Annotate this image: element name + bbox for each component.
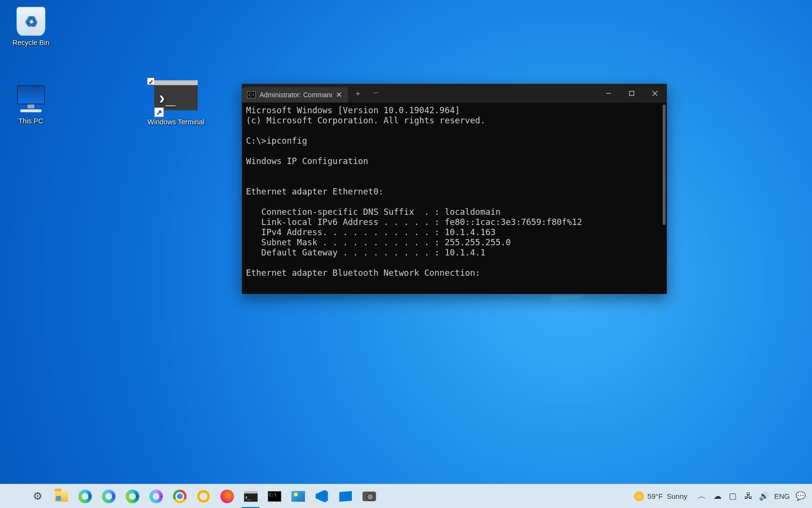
- new-tab-button[interactable]: ＋: [348, 84, 367, 103]
- tray-meet-now[interactable]: ▢: [725, 484, 740, 508]
- terminal-line: Ethernet adapter Ethernet0:: [246, 187, 383, 196]
- taskbar-firefox[interactable]: [215, 484, 239, 508]
- taskbar-camera[interactable]: [357, 484, 381, 508]
- tray-volume[interactable]: 🔊: [756, 484, 771, 508]
- taskbar-edge-canary[interactable]: [144, 484, 168, 508]
- terminal-tab[interactable]: C:\ Administrator: Command Prompt ✕: [242, 87, 348, 103]
- gear-icon: ⚙: [30, 489, 45, 504]
- terminal-line: Connection-specific DNS Suffix . : local…: [246, 207, 501, 217]
- terminal-line: Default Gateway . . . . . . . . . : 10.1…: [246, 248, 485, 257]
- desktop-icon-label: This PC: [8, 117, 54, 125]
- terminal-scrollbar[interactable]: [663, 105, 666, 225]
- terminal-output[interactable]: Microsoft Windows [Version 10.0.19042.96…: [242, 103, 667, 294]
- windows-terminal-icon: [244, 489, 258, 504]
- cmd-tab-icon: C:\: [247, 91, 256, 98]
- firefox-icon: [220, 489, 234, 504]
- tray-onedrive[interactable]: ☁: [710, 484, 725, 508]
- desktop-icon-this-pc[interactable]: This PC: [8, 85, 54, 125]
- taskbar-file-explorer[interactable]: [49, 484, 73, 508]
- speaker-icon: 🔊: [759, 491, 769, 501]
- taskbar-settings[interactable]: ⚙: [26, 484, 49, 508]
- taskbar: ⚙ 59°F Sunn: [0, 484, 812, 508]
- notifications-icon: 💬: [796, 491, 806, 501]
- taskbar-chrome[interactable]: [168, 484, 191, 508]
- taskbar-command-prompt[interactable]: [262, 484, 286, 508]
- close-tab-button[interactable]: ✕: [336, 90, 342, 99]
- weather-condition: Sunny: [667, 492, 687, 500]
- this-pc-icon: [16, 85, 45, 114]
- vscode-icon: [315, 489, 329, 504]
- windows-start-icon: [7, 489, 21, 504]
- language-label: ENG: [774, 492, 790, 500]
- system-tray: 59°F Sunny ︿ ☁ ▢ 🖧 🔊 ENG 💬: [627, 484, 810, 508]
- taskbar-vscode[interactable]: [310, 484, 334, 508]
- network-icon: 🖧: [744, 492, 753, 501]
- meet-now-icon: ▢: [729, 491, 737, 501]
- terminal-line: C:\>ipconfig: [246, 136, 307, 146]
- onedrive-icon: ☁: [713, 491, 722, 501]
- weather-widget[interactable]: 59°F Sunny: [627, 484, 694, 508]
- minimize-button[interactable]: [597, 84, 620, 103]
- maximize-button[interactable]: [620, 84, 643, 103]
- terminal-line: Link-local IPv6 Address . . . . . : fe80…: [246, 217, 582, 227]
- terminal-line: Ethernet adapter Bluetooth Network Conne…: [246, 268, 480, 278]
- taskbar-windows-terminal[interactable]: [239, 484, 262, 508]
- camera-icon: [362, 489, 377, 504]
- windows-terminal-icon: ↗: [154, 80, 198, 115]
- chrome-canary-icon: [196, 489, 211, 504]
- terminal-line: Microsoft Windows [Version 10.0.19042.96…: [246, 105, 460, 115]
- tray-action-center[interactable]: 💬: [793, 484, 808, 508]
- edge-canary-icon: [149, 489, 163, 504]
- edge-beta-icon: [102, 489, 116, 504]
- svg-rect-1: [630, 91, 634, 96]
- taskbar-edge-dev[interactable]: [120, 484, 144, 508]
- weather-temp: 59°F: [648, 492, 663, 500]
- cmd-icon: [267, 489, 282, 504]
- taskbar-edge-beta[interactable]: [97, 484, 120, 508]
- terminal-titlebar[interactable]: C:\ Administrator: Command Prompt ✕ ＋ ﹀: [242, 84, 667, 103]
- terminal-line: Subnet Mask . . . . . . . . . . . : 255.…: [246, 238, 511, 247]
- tab-dropdown-button[interactable]: ﹀: [367, 84, 385, 103]
- windows-terminal-window[interactable]: C:\ Administrator: Command Prompt ✕ ＋ ﹀ …: [242, 84, 667, 294]
- desktop-icon-label: Recycle Bin: [8, 39, 54, 47]
- desktop-icon-recycle-bin[interactable]: ♻ Recycle Bin: [8, 7, 54, 47]
- tray-language[interactable]: ENG: [771, 492, 793, 500]
- desktop-icon-label: Windows Terminal: [147, 118, 205, 126]
- tray-overflow-button[interactable]: ︿: [694, 484, 710, 508]
- maximize-icon: [629, 90, 635, 96]
- taskbar-photos[interactable]: [286, 484, 310, 508]
- shortcut-arrow-icon: ↗: [154, 107, 164, 117]
- edge-icon: [78, 489, 92, 504]
- taskbar-chrome-canary[interactable]: [191, 484, 215, 508]
- titlebar-drag-region[interactable]: [385, 84, 597, 103]
- terminal-line: (c) Microsoft Corporation. All rights re…: [246, 116, 485, 125]
- selection-checkbox-icon[interactable]: [147, 77, 155, 85]
- taskbar-edge[interactable]: [73, 484, 97, 508]
- photos-icon: [291, 489, 305, 504]
- start-button[interactable]: [2, 484, 26, 508]
- desktop-icon: [338, 489, 353, 504]
- recycle-bin-icon: ♻: [16, 7, 45, 36]
- close-icon: [652, 90, 658, 96]
- taskbar-desktop-peek[interactable]: [334, 484, 357, 508]
- terminal-tab-title: Administrator: Command Prompt: [260, 91, 332, 99]
- minimize-icon: [606, 90, 611, 96]
- folder-icon: [54, 489, 69, 504]
- terminal-line: Windows IP Configuration: [246, 156, 368, 166]
- sun-icon: [634, 492, 644, 501]
- tray-network[interactable]: 🖧: [740, 484, 756, 508]
- chrome-icon: [173, 489, 187, 504]
- desktop-icon-windows-terminal[interactable]: ↗ Windows Terminal: [147, 80, 205, 126]
- edge-dev-icon: [125, 489, 140, 504]
- terminal-line: IPv4 Address. . . . . . . . . . . : 10.1…: [246, 227, 495, 237]
- close-window-button[interactable]: [643, 84, 667, 103]
